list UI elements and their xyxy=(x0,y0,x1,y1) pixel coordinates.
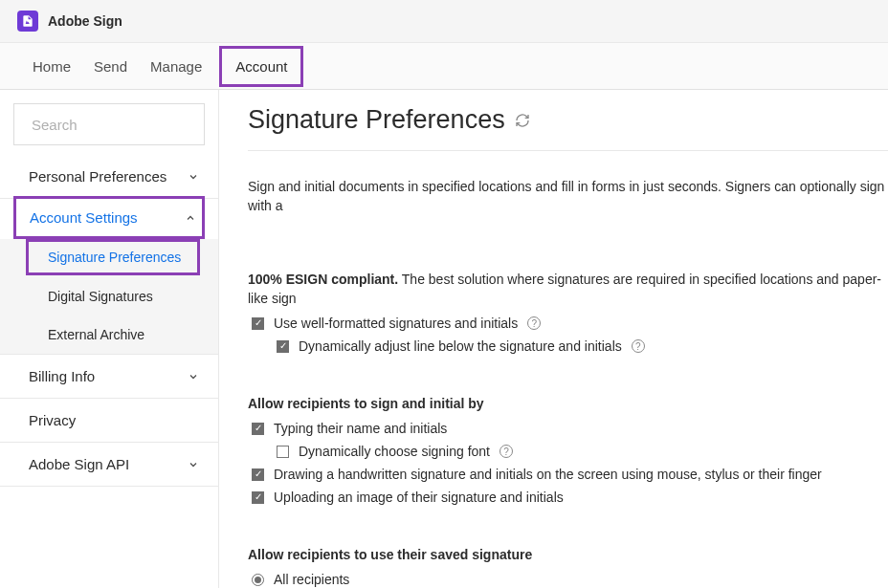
checkbox-typing[interactable] xyxy=(252,423,264,435)
sidebar-item-label: Billing Info xyxy=(29,368,95,384)
page-title-row: Signature Preferences xyxy=(248,105,888,151)
side-section-billing: Billing Info xyxy=(0,354,218,399)
sidebar-signature-preferences[interactable]: Signature Preferences xyxy=(29,242,197,272)
app-title: Adobe Sign xyxy=(48,13,122,29)
radio-all-recipients: All recipients xyxy=(252,572,888,587)
intro-text: Sign and initial documents in specified … xyxy=(248,178,888,215)
option-label: Uploading an image of their signature an… xyxy=(274,490,564,505)
option-label: Dynamically choose signing font xyxy=(299,444,490,459)
search-box[interactable] xyxy=(13,103,205,145)
nav-home[interactable]: Home xyxy=(21,53,82,80)
subhead-allow-sign: Allow recipients to sign and initial by xyxy=(248,396,888,411)
sidebar-item-label: Personal Preferences xyxy=(29,168,166,185)
sidebar-account-settings[interactable]: Account Settings xyxy=(16,199,202,236)
sidebar-external-archive[interactable]: External Archive xyxy=(0,316,218,354)
nav-send[interactable]: Send xyxy=(82,53,139,80)
sidebar-item-label: Privacy xyxy=(29,412,76,428)
sidebar-digital-signatures[interactable]: Digital Signatures xyxy=(0,277,218,316)
side-section-personal: Personal Preferences xyxy=(0,155,218,199)
help-icon[interactable]: ? xyxy=(527,316,541,330)
option-dynamic-line: Dynamically adjust line below the signat… xyxy=(277,338,888,354)
help-icon[interactable]: ? xyxy=(500,445,513,458)
sidebar-privacy[interactable]: Privacy xyxy=(0,399,218,442)
sidebar-subsection: Signature Preferences Digital Signatures… xyxy=(0,239,218,354)
chevron-down-icon xyxy=(188,171,199,183)
option-dynamic-font: Dynamically choose signing font ? xyxy=(277,444,888,459)
radio-all[interactable] xyxy=(252,574,264,586)
option-upload: Uploading an image of their signature an… xyxy=(252,490,888,505)
checkbox-dynamic-font[interactable] xyxy=(277,446,289,458)
sidebar-account-settings-highlight: Account Settings xyxy=(13,196,205,239)
subhead-allow-saved: Allow recipients to use their saved sign… xyxy=(248,547,888,562)
sidebar-signature-pref-highlight: Signature Preferences xyxy=(26,239,200,275)
option-drawing: Drawing a handwritten signature and init… xyxy=(252,467,888,482)
checkbox-dynamic-line[interactable] xyxy=(277,340,289,353)
compliant-text: 100% ESIGN compliant. The best solution … xyxy=(248,271,888,308)
chevron-down-icon xyxy=(188,371,199,382)
nav-manage[interactable]: Manage xyxy=(139,53,213,80)
top-bar: Adobe Sign xyxy=(0,0,888,43)
option-well-formatted: Use well-formatted signatures and initia… xyxy=(252,316,888,331)
sidebar-personal-preferences[interactable]: Personal Preferences xyxy=(0,155,218,198)
nav-bar: Home Send Manage Account xyxy=(0,43,888,90)
checkbox-upload[interactable] xyxy=(252,491,264,504)
checkbox-drawing[interactable] xyxy=(252,468,264,481)
option-label: Typing their name and initials xyxy=(274,421,447,436)
refresh-icon[interactable] xyxy=(515,113,530,128)
option-label: All recipients xyxy=(274,572,349,587)
search-input[interactable] xyxy=(32,117,213,133)
page-title: Signature Preferences xyxy=(248,105,505,135)
nav-account[interactable]: Account xyxy=(235,58,287,75)
option-label: Use well-formatted signatures and initia… xyxy=(274,316,518,331)
sidebar: Personal Preferences Account Settings Si… xyxy=(0,90,219,588)
side-section-privacy: Privacy xyxy=(0,399,218,443)
chevron-down-icon xyxy=(188,459,199,470)
help-icon[interactable]: ? xyxy=(632,339,645,353)
app-logo-icon xyxy=(17,11,38,32)
sidebar-adobe-sign-api[interactable]: Adobe Sign API xyxy=(0,443,218,486)
side-section-api: Adobe Sign API xyxy=(0,443,218,487)
chevron-up-icon xyxy=(185,212,196,224)
option-label: Drawing a handwritten signature and init… xyxy=(274,467,822,482)
option-typing: Typing their name and initials xyxy=(252,421,888,436)
sidebar-item-label: Account Settings xyxy=(30,209,138,226)
nav-account-highlight: Account xyxy=(219,46,303,87)
sidebar-billing-info[interactable]: Billing Info xyxy=(0,355,218,398)
checkbox-well-formatted[interactable] xyxy=(252,317,264,330)
option-label: Dynamically adjust line below the signat… xyxy=(299,338,622,354)
main-panel: Signature Preferences Sign and initial d… xyxy=(219,90,888,588)
compliant-bold: 100% ESIGN compliant. xyxy=(248,272,398,287)
sidebar-item-label: Adobe Sign API xyxy=(29,456,129,472)
content-area: Personal Preferences Account Settings Si… xyxy=(0,90,888,588)
